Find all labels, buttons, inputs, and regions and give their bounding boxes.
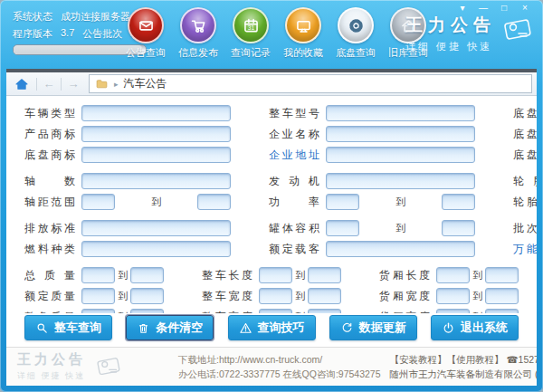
range-separator: 到 (359, 196, 442, 209)
form-field-inputs (81, 220, 231, 236)
range-separator: 到 (470, 290, 485, 303)
form-input[interactable] (442, 220, 475, 236)
form-input[interactable] (326, 220, 359, 236)
form-input[interactable] (485, 267, 519, 283)
app-window: ▾—□× 系统状态 成功连接服务器 程序版本 3.7 公告批次 268 公告查询… (0, 0, 543, 392)
calendar-icon: 31 (233, 7, 269, 43)
form-input[interactable] (81, 309, 115, 313)
window-controls: ▾—□× (453, 1, 534, 14)
form-field-label: 罐体容积 (269, 221, 319, 236)
form-input[interactable] (485, 288, 519, 304)
tool-cart[interactable]: 信息发布 (177, 7, 219, 60)
form-input[interactable] (130, 309, 164, 313)
form-input[interactable] (81, 194, 115, 210)
status-version-label: 程序版本 (13, 27, 52, 41)
form-field: 整车宽度到 (202, 287, 341, 305)
form-field: 发动机 (269, 172, 475, 190)
form-field-inputs: 到 (326, 194, 475, 210)
dropdown-button[interactable]: ▾ (453, 1, 472, 14)
form-input[interactable] (259, 309, 292, 313)
search-icon (35, 321, 49, 335)
form-input[interactable] (436, 288, 470, 304)
footer-download-url[interactable]: 下载地址:http://www.cn-truck.com/ (178, 352, 381, 367)
range-separator: 到 (292, 290, 308, 303)
minimize-button[interactable]: — (474, 1, 492, 14)
action-button-label: 整车查询 (54, 320, 101, 336)
tool-label: 底盘查询 (336, 46, 376, 60)
breadcrumb[interactable]: ▸ 汽车公告 (89, 74, 532, 93)
form-field-inputs (326, 126, 475, 142)
form-input[interactable] (436, 309, 470, 313)
warning-button[interactable]: 查询技巧 (228, 315, 316, 340)
form-field-inputs (326, 173, 475, 189)
form-input[interactable] (81, 241, 231, 257)
form-input[interactable] (259, 288, 292, 304)
form-field-inputs: 到 (436, 267, 519, 283)
close-button[interactable]: × (516, 1, 534, 14)
form-input[interactable] (81, 105, 231, 121)
tool-favorites[interactable]: 我的收藏 (282, 7, 324, 60)
form-input[interactable] (308, 267, 341, 283)
trash-button[interactable]: 条件清空 (126, 315, 214, 340)
form-input[interactable] (130, 267, 164, 283)
footer-copyright: 随州市王力汽车装备制造有限公司 (C)版权所有 (390, 367, 537, 381)
form-field-label: 整备质量 (24, 310, 75, 314)
status-version-value: 3.7 (61, 27, 74, 41)
form-input[interactable] (436, 267, 470, 283)
search-button[interactable]: 整车查询 (24, 315, 112, 340)
tool-calendar[interactable]: 31查询记录 (230, 7, 272, 60)
form-field-label: 整车长度 (202, 268, 252, 283)
form-field-label: 轮胎数 (513, 174, 537, 189)
tool-label: 信息发布 (178, 46, 218, 60)
range-separator: 到 (115, 290, 130, 303)
form-input[interactable] (197, 194, 231, 210)
form-input[interactable] (259, 267, 292, 283)
back-button[interactable]: ← (41, 77, 57, 91)
form-input[interactable] (326, 194, 359, 210)
form-field-label: 燃料种类 (24, 242, 75, 257)
form-input[interactable] (81, 267, 115, 283)
form-field: 轮胎规格 (513, 193, 537, 211)
footer-tutorial-links[interactable]: 【安装教程】【使用教程】 ☎15272887555 (390, 352, 537, 367)
form-field: 功率到 (269, 193, 475, 211)
form-input[interactable] (485, 309, 519, 313)
form-field: 底盘商标 (24, 146, 231, 164)
form-group-4: 总质量到整车长度到货厢长度到额定质量到整车宽度到货厢宽度到整备质量到整车高度到货… (24, 266, 519, 313)
breadcrumb-label: 汽车公告 (124, 76, 167, 91)
form-field-label: 企业名称 (269, 127, 319, 142)
home-button[interactable] (11, 75, 33, 93)
maximize-button[interactable]: □ (495, 1, 513, 14)
status-batch-label: 公告批次 (82, 27, 122, 41)
form-input[interactable] (308, 309, 341, 313)
form-field: 燃料种类 (24, 240, 231, 258)
form-input[interactable] (326, 147, 475, 163)
power-button[interactable]: 退出系统 (431, 315, 519, 340)
form-input[interactable] (326, 173, 475, 189)
form-input[interactable] (326, 241, 475, 257)
form-input[interactable] (81, 288, 115, 304)
refresh-button[interactable]: 数据更新 (329, 315, 417, 340)
form-input[interactable] (81, 173, 231, 189)
forward-button[interactable]: → (65, 77, 81, 91)
form-field-label: 货厢高度 (379, 310, 430, 314)
form-input[interactable] (81, 147, 231, 163)
form-input[interactable] (326, 105, 475, 121)
form-field-label: 功率 (269, 195, 319, 210)
form-field-label: 万能字段 (513, 242, 537, 257)
form-input[interactable] (81, 220, 231, 236)
form-input[interactable] (442, 194, 475, 210)
form-field-label: 整车宽度 (202, 289, 252, 304)
form-field-inputs (326, 147, 475, 163)
form-input[interactable] (326, 126, 475, 142)
tool-gear[interactable]: 底盘查询 (335, 7, 376, 60)
range-separator: 到 (115, 311, 130, 314)
form-field-inputs: 到 (81, 309, 164, 313)
form-field: 底盘地址 (513, 146, 537, 164)
form-field-label: 总质量 (24, 268, 75, 283)
tool-announcement[interactable]: 公告查询 (125, 7, 167, 60)
form-input[interactable] (81, 126, 231, 142)
tool-label: 我的收藏 (283, 46, 323, 60)
form-input[interactable] (308, 288, 341, 304)
form-field-label: 排放标准 (24, 221, 75, 236)
form-input[interactable] (130, 288, 164, 304)
